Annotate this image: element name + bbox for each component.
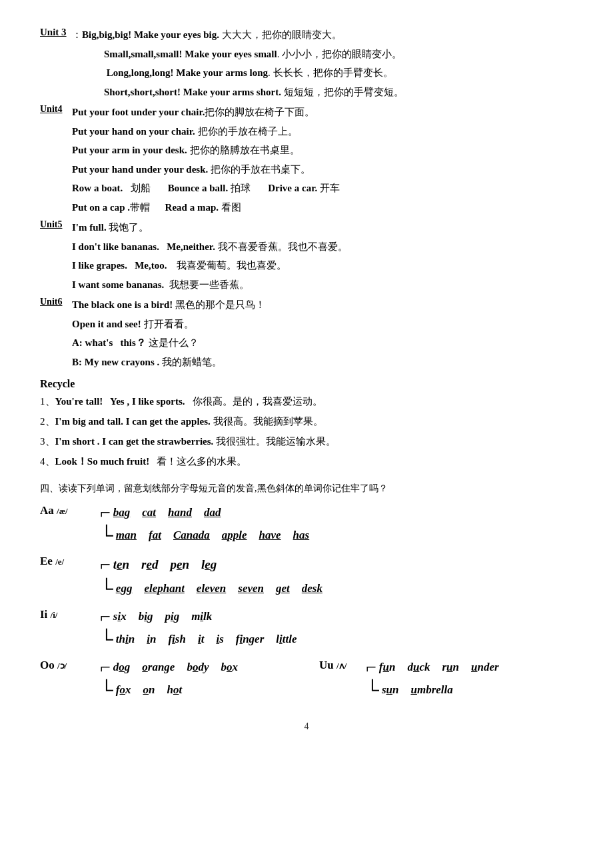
unit5-label: Unit5	[40, 219, 72, 295]
phonics-lower-uu: └ sun umbrella	[366, 679, 499, 701]
phonics-words-aa-lower: man fat Canada apple have has	[116, 524, 309, 547]
phonics-brace-ee: ⌐ ten red pen leg └ egg elephant eleven …	[100, 552, 322, 600]
phonics-upper-oo: ⌐ dog orange body box	[100, 656, 238, 679]
unit6-label: Unit6	[40, 297, 72, 373]
phonics-label-ii: Ii /i/	[40, 605, 100, 623]
unit5-line3: I like grapes. Me,too. 我喜爱葡萄。我也喜爱。	[72, 257, 573, 275]
phonics-row-ii: Ii /i/ ⌐ six big pig milk └ thin i	[40, 605, 573, 651]
unit4-line4: Put your hand under your desk. 把你的手放在书桌下…	[72, 161, 573, 179]
unit3-line4: Short,short,short! Make your arms short.…	[72, 84, 573, 101]
unit4-label: Unit4	[40, 104, 72, 218]
unit4-block: Unit4 Put your foot under your chair.把你的…	[40, 104, 573, 218]
phonics-words-ee-upper: ten red pen leg	[113, 552, 217, 577]
recycle-line1: 1、You're tall! Yes , I like sports. 你很高。…	[40, 393, 573, 411]
phonics-words-oo-lower: fox on hot	[116, 679, 182, 701]
unit6-block: Unit6 The black one is a bird! 黑色的那个是只鸟！…	[40, 297, 573, 373]
phonics-row-ee: Ee /e/ ⌐ ten red pen leg └ egg ele	[40, 552, 573, 600]
unit4-line3: Put your arm in your desk. 把你的胳膊放在书桌里。	[72, 142, 573, 159]
phonics-label-aa: Aa /æ/	[40, 501, 100, 519]
unit6-line2: Open it and see! 打开看看。	[72, 316, 573, 333]
phonics-oo-group: Oo /ɔ/ ⌐ dog orange body box └	[40, 656, 319, 701]
phonics-words-uu-lower: sun umbrella	[382, 679, 453, 701]
phonics-upper-ee: ⌐ ten red pen leg	[100, 552, 322, 577]
page-number: 4	[40, 721, 573, 732]
phonics-words-ii-upper: six big pig milk	[113, 605, 213, 628]
phonics-upper-ii: ⌐ six big pig milk	[100, 605, 297, 628]
unit3-label: Unit 3	[40, 27, 72, 103]
phonics-intro: 四、读读下列单词，留意划线部分字母短元音的发音,黑色斜体的单词你记住牢了吗？	[40, 483, 573, 495]
phonics-row-aa: Aa /æ/ ⌐ bag cat hand dad └ man fa	[40, 501, 573, 547]
phonics-lower-ii: └ thin in fish it is finger little	[100, 628, 297, 651]
recycle-line2: 2、I'm big and tall. I can get the apples…	[40, 413, 573, 431]
unit5-line4: I want some bananas. 我想要一些香蕉。	[72, 277, 573, 294]
phonics-label-ee: Ee /e/	[40, 552, 100, 570]
recycle-line4: 4、Look！So much fruit! 看！这么多的水果。	[40, 453, 573, 471]
phonics-label-uu: Uu /ʌ/	[319, 656, 366, 674]
phonics-upper-aa: ⌐ bag cat hand dad	[100, 501, 309, 524]
unit4-line2: Put your hand on your chair. 把你的手放在椅子上。	[72, 123, 573, 141]
phonics-row-oo-uu: Oo /ɔ/ ⌐ dog orange body box └	[40, 656, 573, 701]
phonics-lower-oo: └ fox on hot	[100, 679, 238, 701]
unit4-line6: Put on a cap .带帽 Read a map. 看图	[72, 199, 573, 217]
unit6-line1: The black one is a bird! 黑色的那个是只鸟！	[72, 297, 573, 314]
phonics-words-ee-lower: egg elephant eleven seven get desk	[116, 577, 322, 600]
phonics-lower-aa: └ man fat Canada apple have has	[100, 524, 309, 547]
unit5-content: I'm full. 我饱了。 I don't like bananas. Me,…	[72, 219, 573, 295]
phonics-upper-uu: ⌐ fun duck run under	[366, 656, 499, 679]
phonics-section: 四、读读下列单词，留意划线部分字母短元音的发音,黑色斜体的单词你记住牢了吗？ A…	[40, 483, 573, 701]
main-content: Unit 3 ：Big,big,big! Make your eyes big.…	[40, 27, 573, 732]
unit4-content: Put your foot under your chair.把你的脚放在椅子下…	[72, 104, 573, 218]
unit4-line5: Row a boat. 划船 Bounce a ball. 拍球 Drive a…	[72, 180, 573, 197]
unit5-line1: I'm full. 我饱了。	[72, 219, 573, 237]
phonics-uu-group: Uu /ʌ/ ⌐ fun duck run under └	[319, 656, 573, 701]
phonics-label-oo: Oo /ɔ/	[40, 656, 100, 674]
phonics-words-oo-upper: dog orange body box	[113, 656, 238, 679]
unit6-line-a: A: what's this？ 这是什么？	[72, 335, 573, 352]
phonics-brace-ii: ⌐ six big pig milk └ thin in fish it	[100, 605, 297, 651]
unit3-line3: Long,long,long! Make your arms long. 长长长…	[72, 65, 573, 82]
phonics-lower-ee: └ egg elephant eleven seven get desk	[100, 577, 322, 600]
unit3-block: Unit 3 ：Big,big,big! Make your eyes big.…	[40, 27, 573, 103]
unit3-line2: Small,small,small! Make your eyes small.…	[72, 46, 573, 63]
phonics-words-uu-upper: fun duck run under	[379, 656, 499, 679]
unit5-line2: I don't like bananas. Me,neither. 我不喜爱香蕉…	[72, 239, 573, 256]
phonics-words-ii-lower: thin in fish it is finger little	[116, 628, 297, 651]
recycle-section: Recycle 1、You're tall! Yes , I like spor…	[40, 378, 573, 471]
phonics-brace-uu: ⌐ fun duck run under └ sun umbrella	[366, 656, 499, 701]
phonics-brace-aa: ⌐ bag cat hand dad └ man fat Canada appl…	[100, 501, 309, 547]
recycle-line3: 3、I'm short . I can get the strawberries…	[40, 433, 573, 451]
unit6-content: The black one is a bird! 黑色的那个是只鸟！ Open …	[72, 297, 573, 373]
unit3-content: ：Big,big,big! Make your eyes big. 大大大，把你…	[72, 27, 573, 103]
unit6-line-b: B: My new crayons . 我的新蜡笔。	[72, 354, 573, 371]
unit4-line1: Put your foot under your chair.把你的脚放在椅子下…	[72, 104, 573, 121]
unit3-line1: ：Big,big,big! Make your eyes big. 大大大，把你…	[72, 27, 573, 44]
phonics-words-aa-upper: bag cat hand dad	[113, 501, 221, 524]
phonics-brace-oo: ⌐ dog orange body box └ fox on	[100, 656, 238, 701]
unit5-block: Unit5 I'm full. 我饱了。 I don't like banana…	[40, 219, 573, 295]
recycle-title: Recycle	[40, 378, 573, 390]
